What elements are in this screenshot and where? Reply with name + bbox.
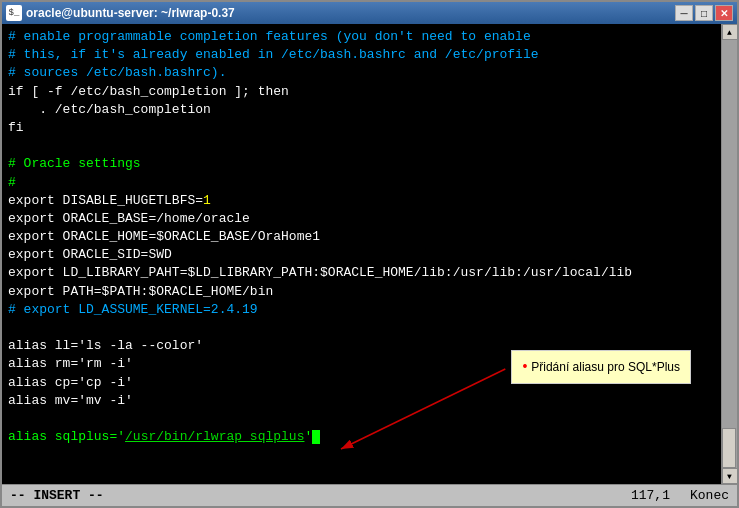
terminal-line: # this, if it's already enabled in /etc/…: [8, 46, 715, 64]
terminal-line: export LD_LIBRARY_PAHT=$LD_LIBRARY_PATH:…: [8, 264, 715, 282]
titlebar: $_ oracle@ubuntu-server: ~/rlwrap-0.37 ─…: [2, 2, 737, 24]
terminal-line: export ORACLE_BASE=/home/oracle: [8, 210, 715, 228]
terminal-line: # export LD_ASSUME_KERNEL=2.4.19: [8, 301, 715, 319]
terminal-line: if [ -f /etc/bash_completion ]; then: [8, 83, 715, 101]
terminal-wrapper: # enable programmable completion feature…: [2, 24, 737, 484]
terminal-line: # Oracle settings: [8, 155, 715, 173]
statusbar: -- INSERT -- 117,1 Konec: [2, 484, 737, 506]
terminal-line: export DISABLE_HUGETLBFS=1: [8, 192, 715, 210]
terminal-line: [8, 319, 715, 337]
terminal-line: export ORACLE_SID=SWD: [8, 246, 715, 264]
terminal-line: # enable programmable completion feature…: [8, 28, 715, 46]
callout-tooltip: Přidání aliasu pro SQL*Plus: [511, 350, 691, 384]
end-indicator: Konec: [690, 488, 729, 503]
minimize-button[interactable]: ─: [675, 5, 693, 21]
terminal-line: export ORACLE_HOME=$ORACLE_BASE/OraHome1: [8, 228, 715, 246]
terminal-area[interactable]: # enable programmable completion feature…: [2, 24, 721, 484]
terminal-line: # sources /etc/bash.bashrc).: [8, 64, 715, 82]
scroll-down-button[interactable]: ▼: [722, 468, 738, 484]
terminal-window: $_ oracle@ubuntu-server: ~/rlwrap-0.37 ─…: [0, 0, 739, 508]
window-icon: $_: [6, 5, 22, 21]
scroll-track[interactable]: [722, 40, 737, 468]
scrollbar[interactable]: ▲ ▼: [721, 24, 737, 484]
terminal-line: fi: [8, 119, 715, 137]
terminal-line: #: [8, 174, 715, 192]
terminal-line: export PATH=$PATH:$ORACLE_HOME/bin: [8, 283, 715, 301]
window-title: oracle@ubuntu-server: ~/rlwrap-0.37: [26, 6, 671, 20]
insert-mode-indicator: -- INSERT --: [10, 488, 631, 503]
terminal-line: alias mv='mv -i': [8, 392, 715, 410]
sqlplus-line: alias sqlplus='/usr/bin/rlwrap sqlplus': [8, 428, 715, 446]
callout-text: Přidání aliasu pro SQL*Plus: [531, 360, 680, 374]
close-button[interactable]: ✕: [715, 5, 733, 21]
terminal-line: . /etc/bash_completion: [8, 101, 715, 119]
terminal-line: [8, 410, 715, 428]
maximize-button[interactable]: □: [695, 5, 713, 21]
terminal-line: [8, 137, 715, 155]
scroll-up-button[interactable]: ▲: [722, 24, 738, 40]
cursor-position: 117,1: [631, 488, 670, 503]
window-controls: ─ □ ✕: [675, 5, 733, 21]
scroll-thumb[interactable]: [722, 428, 736, 468]
